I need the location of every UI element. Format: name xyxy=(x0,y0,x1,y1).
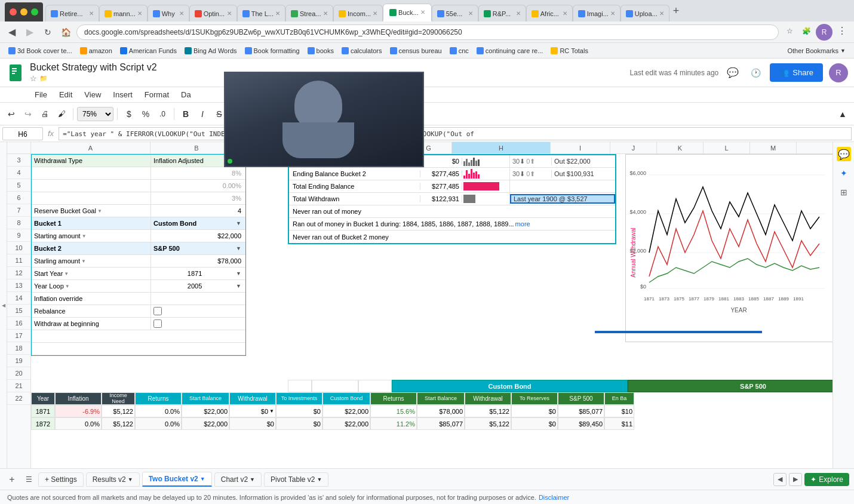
tab-settings[interactable]: + Settings xyxy=(38,472,84,487)
tab-chart-v2[interactable]: Chart v2 ▼ xyxy=(214,472,262,487)
menu-insert[interactable]: Insert xyxy=(108,89,137,100)
dropdown-icon-B12[interactable]: ▼ xyxy=(236,271,241,276)
chart-resize-handle[interactable] xyxy=(595,331,762,333)
bookmark-census[interactable]: census bureau xyxy=(386,46,446,56)
tab-pivot-table-v2[interactable]: Pivot Table v2 ▼ xyxy=(264,472,328,487)
tab-chart-dropdown-icon[interactable]: ▼ xyxy=(250,477,255,483)
undo-button[interactable]: ↩ xyxy=(4,106,19,122)
bookmark-amazon[interactable]: amazon xyxy=(76,46,116,56)
zoom-select[interactable]: 75% 100% xyxy=(77,107,113,121)
avatar[interactable]: R xyxy=(829,63,848,82)
share-button[interactable]: 👥 Share xyxy=(770,63,823,82)
tab-two-dropdown-icon[interactable]: ▼ xyxy=(200,476,205,482)
comments-sidebar-icon[interactable]: 💬 xyxy=(837,147,851,161)
bookmark-3d[interactable]: 3d Book cover te... xyxy=(5,46,76,56)
menu-file[interactable]: File xyxy=(30,89,52,100)
menu-data[interactable]: Da xyxy=(176,89,196,100)
explore-sidebar-icon[interactable]: ✦ xyxy=(837,166,851,180)
bold-button[interactable]: B xyxy=(178,106,193,122)
tab-dropdown-icon[interactable]: ▼ xyxy=(128,477,133,483)
tab-the[interactable]: The L... ✕ xyxy=(237,5,285,21)
cell-B7[interactable]: 4 xyxy=(151,205,244,217)
col-header-M[interactable]: M xyxy=(750,142,797,153)
forward-button[interactable]: ▶ xyxy=(23,25,37,39)
tab-incom[interactable]: Incom... ✕ xyxy=(333,5,383,21)
disclaimer-link[interactable]: Disclaimer xyxy=(539,494,569,501)
bookmark-cnc[interactable]: cnc xyxy=(446,46,472,56)
cell-reference[interactable]: H6 xyxy=(2,127,43,140)
dot-yellow[interactable] xyxy=(20,8,27,16)
dropdown-icon-B10[interactable]: ▼ xyxy=(236,245,241,251)
dropdown-icon-B8[interactable]: ▼ xyxy=(236,220,241,226)
cell-H6-selected[interactable]: Last year 1900 @ $3,527 xyxy=(510,194,615,204)
url-bar[interactable]: docs.google.com/spreadsheets/d/1SUKbgp6z… xyxy=(76,24,779,40)
tab-close-uploa[interactable]: ✕ xyxy=(659,10,664,17)
tab-close-the[interactable]: ✕ xyxy=(275,10,280,17)
cell-B5[interactable]: 0.00% xyxy=(151,180,244,192)
tab-buck[interactable]: Buck... ✕ xyxy=(383,4,432,21)
back-button[interactable]: ◀ xyxy=(5,25,19,39)
tab-close-why[interactable]: ✕ xyxy=(179,10,184,17)
rebalance-checkbox[interactable] xyxy=(153,307,162,315)
currency-button[interactable]: $ xyxy=(121,106,137,122)
tab-two-bucket-v2[interactable]: Two Bucket v2 ▼ xyxy=(142,472,212,487)
redo-button[interactable]: ↪ xyxy=(20,106,36,122)
tab-close-buck[interactable]: ✕ xyxy=(420,9,425,16)
bookmark-american-funds[interactable]: American Funds xyxy=(116,46,180,56)
menu-format[interactable]: Format xyxy=(140,89,174,100)
col-header-H[interactable]: H xyxy=(452,142,551,153)
star-icon[interactable]: ☆ xyxy=(30,74,37,83)
tab-close-strea[interactable]: ✕ xyxy=(323,10,328,17)
cell-B16[interactable] xyxy=(151,318,244,330)
left-sidebar-toggle[interactable]: ◀ xyxy=(0,142,7,468)
more-link[interactable]: more xyxy=(515,220,530,228)
decimal-button[interactable]: .0 xyxy=(155,106,170,122)
tab-afric[interactable]: Afric... ✕ xyxy=(526,5,573,21)
tab-optin[interactable]: Optin... ✕ xyxy=(189,5,237,21)
bookmark-bing[interactable]: Bing Ad Words xyxy=(181,46,241,56)
tab-mann[interactable]: mann... ✕ xyxy=(99,5,148,21)
italic-button[interactable]: I xyxy=(195,106,210,122)
menu-view[interactable]: View xyxy=(79,89,106,100)
tab-imagi[interactable]: Imagi... ✕ xyxy=(573,5,620,21)
menu-edit[interactable]: Edit xyxy=(54,89,77,100)
nav-next-sheet[interactable]: ▶ xyxy=(789,473,802,486)
collapse-toolbar[interactable]: ▲ xyxy=(835,106,850,122)
tab-close-rsp[interactable]: ✕ xyxy=(516,10,521,17)
col-header-L[interactable]: L xyxy=(704,142,750,153)
folder-icon[interactable]: 📁 xyxy=(39,75,48,82)
dot-green[interactable] xyxy=(31,8,38,16)
tab-close-mann[interactable]: ✕ xyxy=(137,10,142,17)
tab-why[interactable]: Why ✕ xyxy=(148,5,189,21)
reload-button[interactable]: ↻ xyxy=(41,25,55,39)
tab-close-incom[interactable]: ✕ xyxy=(373,10,377,17)
add-sheet-button[interactable]: + xyxy=(5,472,19,487)
menu-btn[interactable]: ⋮ xyxy=(835,24,849,38)
new-tab-button[interactable]: + xyxy=(669,5,683,17)
cell-B4[interactable]: 8% xyxy=(151,167,244,179)
col-header-K[interactable]: K xyxy=(657,142,704,153)
tab-close-retire[interactable]: ✕ xyxy=(89,10,94,17)
tab-uploa[interactable]: Uploa... ✕ xyxy=(620,5,669,21)
all-sheets-button[interactable]: ☰ xyxy=(21,472,36,487)
nav-prev-sheet[interactable]: ◀ xyxy=(773,473,787,486)
tab-close-imagi[interactable]: ✕ xyxy=(610,10,615,17)
cell-B10[interactable]: S&P 500 ▼ xyxy=(151,242,244,254)
dropdown-icon-B13[interactable]: ▼ xyxy=(236,283,241,289)
home-button[interactable]: 🏠 xyxy=(59,25,73,39)
bookmark-star[interactable]: ☆ xyxy=(782,24,797,38)
tab-strea[interactable]: Strea... ✕ xyxy=(285,5,333,21)
bookmark-calculators[interactable]: calculators xyxy=(338,46,386,56)
cell-B9[interactable]: $22,000 xyxy=(151,230,244,242)
col-header-I[interactable]: I xyxy=(551,142,610,153)
cell-B6[interactable]: 3% xyxy=(151,192,244,204)
bookmark-books[interactable]: books xyxy=(304,46,337,56)
tab-results-v2[interactable]: Results v2 ▼ xyxy=(86,472,140,487)
tab-55e[interactable]: 55e... ✕ xyxy=(432,5,478,21)
profile-btn[interactable]: R xyxy=(816,24,833,41)
cell-B13[interactable]: 2005 ▼ xyxy=(151,280,244,292)
tab-close-afric[interactable]: ✕ xyxy=(563,10,567,17)
bookmark-book-formatting[interactable]: Book formatting xyxy=(241,46,303,56)
col-header-J[interactable]: J xyxy=(610,142,657,153)
col-header-A[interactable]: A xyxy=(31,142,150,153)
